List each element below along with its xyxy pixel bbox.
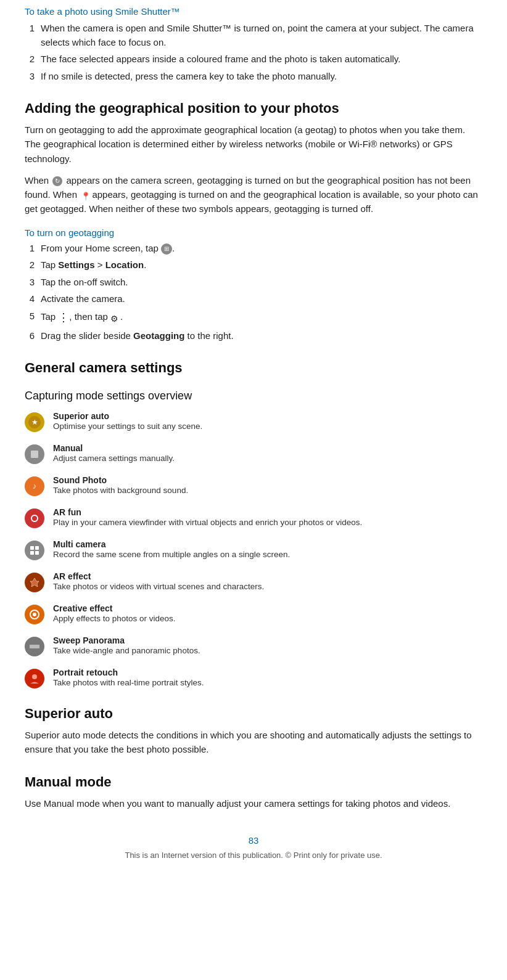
footer-note: This is an Internet version of this publ…	[25, 851, 482, 860]
svg-rect-3	[31, 451, 38, 458]
svg-rect-19	[30, 645, 39, 648]
mode-portrait-retouch: Portrait retouch Take photos with real-t…	[25, 668, 482, 688]
page-footer: 83 This is an Internet version of this p…	[25, 835, 482, 860]
sound-photo-icon: ♪	[25, 476, 44, 496]
superior-auto-icon: ★	[25, 412, 44, 432]
mode-ar-fun: AR fun Play in your camera viewfinder wi…	[25, 507, 482, 528]
geo-icon-found: 📍	[81, 190, 88, 200]
mode-manual: Manual Adjust camera settings manually.	[25, 443, 482, 464]
smile-step-1: 1 When the camera is open and Smile Shut…	[25, 22, 482, 49]
svg-rect-10	[35, 546, 39, 550]
mode-superior-auto: ★ Superior auto Optimise your settings t…	[25, 411, 482, 432]
svg-rect-12	[35, 551, 39, 555]
more-icon: ⋮	[58, 311, 69, 324]
geo-step-2: 2 Tap Settings > Location.	[25, 258, 482, 272]
mode-areffect-text: AR effect Take photos or videos with vir…	[53, 571, 264, 591]
mode-sweep-text: Sweep Panorama Take wide-angle and panor…	[53, 635, 200, 655]
geo-para-2: When ↻ appears on the camera screen, geo…	[25, 173, 482, 216]
ar-fun-icon	[25, 508, 44, 528]
manual-mode-para: Use Manual mode when you want to manuall…	[25, 796, 482, 811]
page-number: 83	[25, 835, 482, 846]
manual-icon	[25, 444, 44, 464]
mode-multi-text: Multi camera Record the same scene from …	[53, 539, 290, 559]
portrait-retouch-icon	[25, 669, 44, 688]
mode-creative-effect: Creative effect Apply effects to photos …	[25, 603, 482, 624]
mode-creative-text: Creative effect Apply effects to photos …	[53, 603, 176, 623]
svg-text:★: ★	[31, 418, 38, 427]
svg-rect-11	[30, 551, 34, 555]
geo-para-1: Turn on geotagging to add the approximat…	[25, 123, 482, 166]
creative-effect-icon	[25, 605, 44, 624]
mode-arfun-text: AR fun Play in your camera viewfinder wi…	[53, 507, 362, 527]
smile-shutter-steps: 1 When the camera is open and Smile Shut…	[25, 22, 482, 83]
geo-step-4: 4 Activate the camera.	[25, 292, 482, 306]
svg-point-6	[28, 512, 41, 525]
mode-sound-text: Sound Photo Take photos with background …	[53, 475, 188, 495]
geo-step-3: 3 When the camera is open and Smile Shut…	[25, 276, 482, 290]
ar-effect-icon	[25, 573, 44, 592]
svg-point-8	[28, 544, 41, 557]
capture-mode-heading: Capturing mode settings overview	[25, 390, 482, 402]
svg-point-21	[32, 674, 37, 679]
capture-modes-list: ★ Superior auto Optimise your settings t…	[25, 411, 482, 688]
geo-step-6: 6 Drag the slider beside Geotagging to t…	[25, 329, 482, 343]
mode-sound-photo: ♪ Sound Photo Take photos with backgroun…	[25, 475, 482, 496]
svg-point-17	[33, 613, 36, 616]
mode-portrait-text: Portrait retouch Take photos with real-t…	[53, 668, 204, 687]
smile-shutter-link[interactable]: To take a photo using Smile Shutter™	[25, 6, 482, 17]
mode-ar-effect: AR effect Take photos or videos with vir…	[25, 571, 482, 592]
mode-multi-camera: Multi camera Record the same scene from …	[25, 539, 482, 560]
geotagging-steps: 1 From your Home screen, tap ⊞. 2 Tap Se…	[25, 242, 482, 343]
mode-sweep-panorama: Sweep Panorama Take wide-angle and panor…	[25, 635, 482, 656]
geo-step-1: 1 From your Home screen, tap ⊞.	[25, 242, 482, 256]
smile-step-2: 2 The face selected appears inside a col…	[25, 52, 482, 67]
manual-mode-heading: Manual mode	[25, 774, 482, 790]
superior-auto-para: Superior auto mode detects the condition…	[25, 728, 482, 757]
superior-auto-heading: Superior auto	[25, 706, 482, 722]
apps-icon: ⊞	[161, 243, 172, 255]
sweep-panorama-icon	[25, 637, 44, 656]
geo-icon-searching: ↻	[52, 176, 62, 186]
svg-text:♪: ♪	[33, 481, 37, 491]
settings-icon: ⚙	[110, 312, 120, 322]
camera-settings-heading: General camera settings	[25, 360, 482, 376]
geotagging-link[interactable]: To turn on geotagging	[25, 227, 482, 238]
smile-step-3: 3 If no smile is detected, press the cam…	[25, 70, 482, 84]
mode-superior-text: Superior auto Optimise your settings to …	[53, 411, 202, 431]
mode-manual-text: Manual Adjust camera settings manually.	[53, 443, 175, 463]
multi-camera-icon	[25, 541, 44, 560]
geo-step-5: 5 Tap ⋮, then tap ⚙.	[25, 309, 482, 326]
geo-section-heading: Adding the geographical position to your…	[25, 100, 482, 116]
svg-rect-9	[30, 546, 34, 550]
